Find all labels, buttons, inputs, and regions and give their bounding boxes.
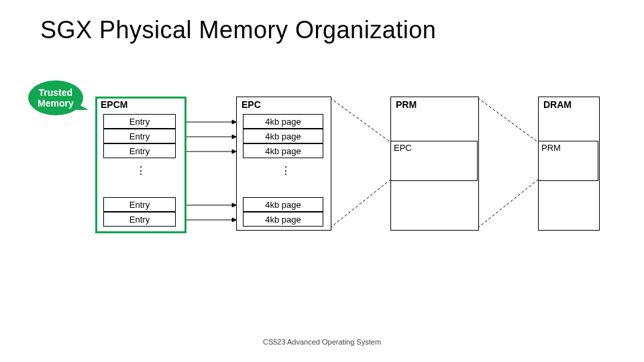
prm-label: PRM	[396, 99, 417, 110]
vdots-icon: ⋮	[280, 168, 288, 174]
epc-label: EPC	[241, 99, 261, 110]
slide-title: SGX Physical Memory Organization	[40, 16, 436, 44]
table-row: Entry	[103, 212, 176, 227]
table-row: Entry	[103, 143, 176, 158]
table-row: 4kb page	[243, 114, 323, 129]
trusted-memory-bubble: Trusted Memory	[28, 80, 83, 115]
prm-inner-epc: EPC	[390, 141, 478, 181]
epc-rows-top: 4kb page 4kb page 4kb page	[243, 114, 323, 158]
bubble-line1: Trusted	[39, 87, 73, 98]
table-row: 4kb page	[243, 129, 323, 143]
memory-diagram: Trusted Memory EPCM Entry Entry Entry ⋮ …	[42, 94, 602, 268]
svg-line-0	[330, 98, 390, 142]
slide-footer: CS523 Advanced Operating System	[0, 338, 644, 346]
vdots-icon: ⋮	[136, 168, 144, 174]
table-row: 4kb page	[243, 212, 323, 227]
table-row: Entry	[103, 114, 176, 129]
svg-line-2	[478, 98, 538, 142]
svg-line-3	[478, 180, 538, 228]
table-row: Entry	[103, 197, 176, 212]
table-row: 4kb page	[243, 143, 323, 158]
epc-rows-bot: 4kb page 4kb page	[243, 197, 323, 227]
epcm-rows-top: Entry Entry Entry	[103, 114, 176, 158]
epcm-rows-bot: Entry Entry	[103, 197, 176, 227]
dram-inner-prm: PRM	[538, 141, 598, 181]
epcm-label: EPCM	[101, 99, 127, 110]
bubble-line2: Memory	[38, 98, 74, 109]
table-row: Entry	[103, 129, 176, 143]
table-row: 4kb page	[243, 197, 323, 212]
dram-label: DRAM	[543, 99, 572, 110]
svg-line-1	[330, 180, 390, 228]
